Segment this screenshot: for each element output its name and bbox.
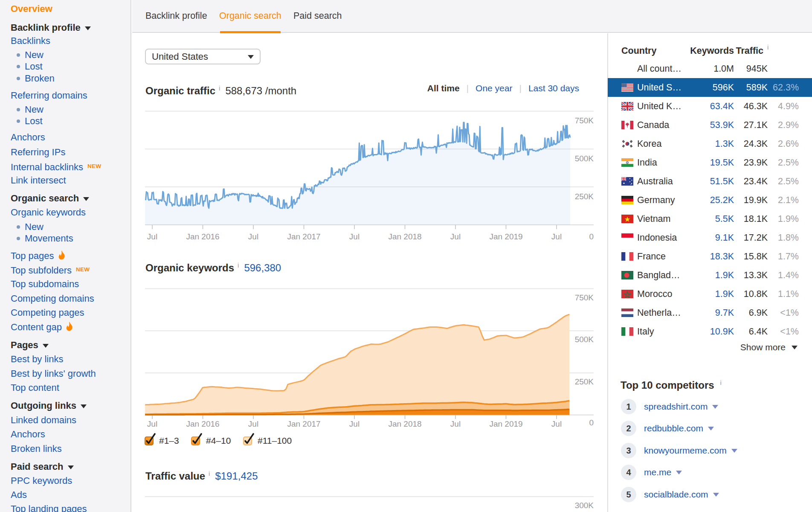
svg-text:Jan 2017: Jan 2017 <box>287 232 320 241</box>
svg-text:Jan 2019: Jan 2019 <box>489 232 522 241</box>
svg-text:Jul: Jul <box>349 232 360 241</box>
svg-text:500K: 500K <box>575 335 594 344</box>
svg-text:Jul: Jul <box>450 232 461 241</box>
svg-text:Jan 2018: Jan 2018 <box>388 232 421 241</box>
svg-text:250K: 250K <box>575 192 594 201</box>
svg-text:Jan 2019: Jan 2019 <box>489 419 522 428</box>
svg-text:250K: 250K <box>575 377 594 386</box>
svg-text:Jan 2016: Jan 2016 <box>186 232 219 241</box>
svg-text:Jul: Jul <box>551 232 562 241</box>
svg-text:Jul: Jul <box>551 419 562 428</box>
svg-text:750K: 750K <box>575 293 594 302</box>
svg-text:Jan 2016: Jan 2016 <box>186 419 219 428</box>
svg-text:Jul: Jul <box>349 419 360 428</box>
svg-text:Jan 2018: Jan 2018 <box>388 419 421 428</box>
svg-text:0: 0 <box>589 232 594 241</box>
svg-text:0: 0 <box>589 418 594 427</box>
svg-text:Jan 2017: Jan 2017 <box>287 419 320 428</box>
svg-text:Jul: Jul <box>248 419 258 428</box>
svg-text:Jul: Jul <box>147 419 157 428</box>
svg-text:500K: 500K <box>575 154 594 163</box>
svg-text:Jul: Jul <box>248 232 258 241</box>
svg-text:750K: 750K <box>575 116 594 125</box>
svg-text:300K: 300K <box>575 501 594 510</box>
svg-text:Jul: Jul <box>147 232 157 241</box>
svg-text:Jul: Jul <box>450 419 461 428</box>
